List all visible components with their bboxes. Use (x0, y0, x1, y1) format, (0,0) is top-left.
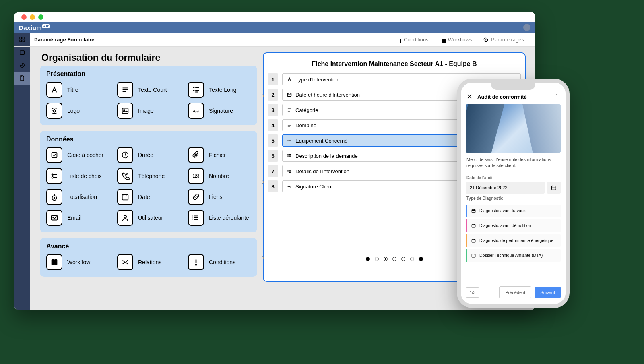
tile-label: Logo (67, 108, 80, 114)
tile-clock[interactable]: Durée (117, 147, 180, 163)
chevron-right-icon[interactable]: › (262, 91, 264, 100)
tile-logo[interactable]: Logo (46, 103, 109, 119)
diagnostic-item[interactable]: Diagnostic avant travaux (466, 205, 561, 217)
tile-number[interactable]: Nombre (188, 168, 251, 184)
checkbox-icon (46, 147, 62, 163)
close-icon[interactable]: ✕ (466, 92, 473, 101)
group-title: Données (46, 136, 251, 143)
toolbar-conditions[interactable]: Conditions (396, 37, 428, 43)
logo-icon (46, 103, 62, 119)
diag-label: Type de Diagnostic (461, 194, 566, 202)
min-dot[interactable] (30, 14, 35, 20)
diagnostic-item[interactable]: Diagnostic de performance énergétique (466, 234, 561, 247)
tile-signature[interactable]: Signature (188, 103, 251, 119)
tile-location[interactable]: Localisation (46, 189, 109, 205)
group-avance: Avancé WorkflowRelationsConditions › (40, 238, 257, 277)
tile-choice-list[interactable]: Liste de choix (46, 168, 109, 184)
pager-dot[interactable] (392, 257, 396, 261)
diagnostic-item[interactable]: Dossier Technique Amiante (DTA) (466, 249, 561, 262)
tile-relations[interactable]: Relations (117, 254, 180, 270)
text-long-icon (188, 82, 204, 98)
pager-dot[interactable] (375, 257, 379, 261)
tile-label: Relations (138, 259, 161, 265)
avatar[interactable] (523, 24, 530, 31)
pager-dot[interactable] (366, 257, 370, 261)
letter-a-icon (46, 82, 62, 98)
tile-label: Utilisateur (138, 215, 163, 221)
tile-label: Fichier (209, 152, 226, 158)
location-icon (46, 189, 62, 205)
tile-label: Date (138, 194, 150, 200)
text-short-icon (117, 82, 133, 98)
field-label: Type d'Intervention (295, 77, 339, 83)
tile-label: Téléphone (138, 173, 165, 179)
group-presentation: Présentation TitreTexte CourtTexte LongL… (40, 66, 257, 125)
tile-label: Liste déroulante (209, 215, 249, 221)
pager-dot[interactable] (401, 257, 405, 261)
tile-user[interactable]: Utilisateur (117, 210, 180, 226)
chevron-right-icon[interactable]: › (262, 178, 264, 186)
close-dot[interactable] (21, 14, 27, 20)
diagnostic-label: Diagnostic de performance énergétique (479, 238, 553, 243)
tile-attachment[interactable]: Fichier (188, 147, 251, 163)
sidebar-calendar-icon[interactable] (14, 46, 30, 59)
svg-rect-18 (23, 40, 25, 42)
preview-title: Fiche Intervention Maintenance Secteur A… (264, 60, 525, 68)
field-number: 4 (268, 119, 278, 131)
tile-text-long[interactable]: Texte Long (188, 82, 251, 98)
toolbar-workflows[interactable]: Workflows (440, 37, 472, 43)
field-label: Signature Client (295, 184, 333, 190)
field-number: 2 (268, 89, 278, 101)
phone-description: Merci de saisir l'ensemble des informati… (461, 153, 566, 173)
prev-button[interactable]: Précédent (499, 286, 531, 298)
sidebar (14, 47, 30, 310)
brand-logo: DaxiumAir (19, 24, 50, 31)
svg-rect-15 (20, 37, 22, 39)
tile-conditions[interactable]: Conditions (188, 254, 251, 270)
pager-dot[interactable] (410, 257, 414, 261)
tile-label: Workflow (67, 259, 90, 265)
date-icon (117, 189, 133, 205)
group-title: Avancé (46, 243, 251, 250)
more-icon[interactable]: ⋮ (553, 93, 560, 101)
tile-label: Signature (209, 108, 233, 114)
field-label: Description de la demande (295, 153, 358, 159)
calendar-icon[interactable] (547, 182, 561, 194)
max-dot[interactable] (38, 14, 43, 20)
tile-mail[interactable]: Email (46, 210, 109, 226)
diagnostic-label: Diagnostic avant démolition (479, 223, 531, 228)
toolbar-params[interactable]: Paramétrages (483, 37, 524, 43)
phone-hero-image (466, 104, 561, 153)
group-title: Présentation (46, 70, 251, 78)
sidebar-form-icon[interactable] (14, 72, 30, 85)
pager-add[interactable]: + (419, 257, 423, 261)
diagnostic-item[interactable]: Diagnostic avant démolition (466, 219, 561, 232)
pager-dot[interactable] (384, 257, 388, 261)
tile-date[interactable]: Date (117, 189, 180, 205)
tile-workflow[interactable]: Workflow (46, 254, 109, 270)
chevron-right-icon[interactable]: › (262, 253, 264, 262)
conditions-icon (188, 254, 204, 270)
field-number: 5 (268, 134, 278, 147)
svg-rect-16 (23, 37, 25, 39)
tile-label: Email (67, 215, 81, 221)
field-label: Equipement Concerné (295, 138, 347, 144)
field-number: 8 (268, 180, 278, 192)
tile-phone[interactable]: Téléphone (117, 168, 180, 184)
user-icon (117, 210, 133, 226)
tile-letter-a[interactable]: Titre (46, 82, 109, 98)
mail-icon (46, 210, 62, 226)
date-field[interactable]: 21 Décembre 2022 (466, 182, 545, 194)
tile-label: Liste de choix (67, 173, 102, 179)
sidebar-chart-icon[interactable] (14, 59, 30, 72)
tile-label: Image (138, 108, 154, 114)
tile-checkbox[interactable]: Case à cocher (46, 147, 109, 163)
tile-image[interactable]: Image (117, 103, 180, 119)
signature-icon (188, 103, 204, 119)
tile-link[interactable]: Liens (188, 189, 251, 205)
tile-text-short[interactable]: Texte Court (117, 82, 180, 98)
tile-dropdown[interactable]: Liste déroulante (188, 210, 251, 226)
tile-label: Conditions (209, 259, 235, 265)
next-button[interactable]: Suivant (535, 287, 561, 298)
sidebar-grid-icon[interactable] (14, 33, 30, 46)
